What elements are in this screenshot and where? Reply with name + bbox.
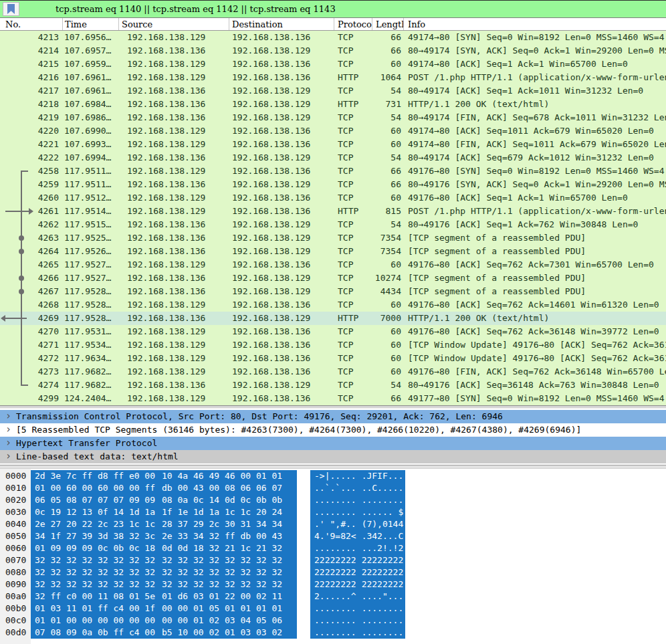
hex-bytes[interactable]: 34 1f 27 39 3d 38 32 3c2e 33 34 32 ff db…: [31, 530, 297, 542]
hex-bytes[interactable]: 32 32 32 32 32 32 32 3232 32 32 32 32 32…: [31, 554, 297, 566]
hex-bytes[interactable]: 01 09 09 09 0c 0b 0c 180d 0d 18 32 21 1c…: [31, 542, 297, 554]
packet-row[interactable]: 4216107.6961…192.168.138.129192.168.138.…: [0, 71, 666, 84]
hex-bytes-group1: 01 01 00 00 00 00 00 00: [35, 615, 155, 627]
hex-bytes[interactable]: 32 ff c0 00 11 08 01 5e01 d6 03 01 22 00…: [31, 591, 297, 603]
packet-row[interactable]: 4267117.9528…192.168.138.136192.168.138.…: [0, 285, 666, 298]
packet-row[interactable]: 4269117.9528…192.168.138.136192.168.138.…: [0, 312, 666, 325]
packet-row[interactable]: 4266117.9527…192.168.138.136192.168.138.…: [0, 272, 666, 285]
hex-ascii[interactable]: 2222222222222222: [310, 578, 405, 591]
packet-row[interactable]: 4215107.6959…192.168.138.129192.168.138.…: [0, 58, 666, 71]
packet-row[interactable]: 4220107.6990…192.168.138.129192.168.138.…: [0, 124, 666, 138]
hex-bytes[interactable]: 07 08 09 0a 0b ff c4 00b5 10 00 02 01 03…: [31, 627, 297, 639]
hex-ascii[interactable]: ..`.`.....C.....: [310, 482, 405, 494]
packet-row[interactable]: 4274117.9682…192.168.138.136192.168.138.…: [0, 379, 666, 392]
chevron-right-icon[interactable]: ›: [5, 410, 11, 423]
hex-bytes[interactable]: 01 01 00 00 00 00 00 0000 00 01 02 03 04…: [31, 615, 297, 627]
hex-ascii[interactable]: ................: [310, 494, 405, 506]
hex-bytes[interactable]: 01 00 60 00 60 00 00 ffdb 00 43 00 08 06…: [31, 482, 297, 494]
hex-row[interactable]: 00300c 19 12 13 0f 14 1d 1a1f 1e 1d 1a 1…: [0, 506, 666, 518]
hex-row[interactable]: 002006 05 08 07 07 07 09 0908 0a 0c 14 0…: [0, 494, 666, 506]
hex-row[interactable]: 00a032 ff c0 00 11 08 01 5e01 d6 03 01 2…: [0, 591, 666, 603]
packet-row[interactable]: 4213107.6956…192.168.138.129192.168.138.…: [0, 31, 666, 44]
hex-offset: 00c0: [0, 615, 31, 627]
hex-row[interactable]: 007032 32 32 32 32 32 32 3232 32 32 32 3…: [0, 554, 666, 566]
hex-ascii[interactable]: .............. $: [310, 506, 405, 518]
hex-ascii[interactable]: .' ",#..(7),0144: [310, 518, 405, 530]
hex-ascii[interactable]: 2222222222222222: [310, 566, 405, 578]
packet-row[interactable]: 4261117.9514…192.168.138.129192.168.138.…: [0, 205, 666, 218]
chevron-right-icon[interactable]: ›: [5, 450, 11, 463]
related-packet-marker: [0, 379, 63, 392]
hex-ascii[interactable]: 2......^...."...: [310, 591, 405, 603]
hex-row[interactable]: 00402e 27 20 22 2c 23 1c 1c28 37 29 2c 3…: [0, 518, 666, 530]
packet-destination: 192.168.138.136: [229, 325, 334, 338]
packet-row[interactable]: 4219107.6986…192.168.138.136192.168.138.…: [0, 111, 666, 124]
column-header-protocol[interactable]: Protocol: [334, 18, 372, 30]
packet-source: 192.168.138.136: [119, 44, 229, 58]
detail-text: Transmission Control Protocol, Src Port:…: [16, 411, 503, 421]
filter-bookmark-button[interactable]: [3, 2, 19, 16]
hex-bytes[interactable]: 2d 3e 7c ff d8 ff e0 0010 4a 46 49 46 00…: [31, 470, 297, 482]
filter-input[interactable]: tcp.stream eq 1140 || tcp.stream eq 1142…: [56, 4, 336, 14]
hex-bytes[interactable]: 32 32 32 32 32 32 32 3232 32 32 32 32 32…: [31, 566, 297, 578]
detail-row[interactable]: ›Line-based text data: text/html: [0, 450, 666, 463]
column-header-destination[interactable]: Destination: [229, 18, 334, 30]
packet-info: [TCP Window Update] 49176→80 [ACK] Seq=7…: [404, 338, 666, 352]
hex-row[interactable]: 009032 32 32 32 32 32 32 3232 32 32 32 3…: [0, 578, 666, 591]
hex-row[interactable]: 00002d 3e 7c ff d8 ff e0 0010 4a 46 49 4…: [0, 470, 666, 482]
packet-row[interactable]: 4299124.2404…192.168.138.129192.168.138.…: [0, 392, 666, 405]
hex-ascii[interactable]: ...........2!.!2: [310, 542, 405, 554]
hex-row[interactable]: 00b001 03 11 01 ff c4 00 1f00 00 01 05 0…: [0, 603, 666, 615]
hex-row[interactable]: 005034 1f 27 39 3d 38 32 3c2e 33 34 32 f…: [0, 530, 666, 542]
packet-row[interactable]: 4262117.9515…192.168.138.136192.168.138.…: [0, 218, 666, 231]
packet-row[interactable]: 4217107.6961…192.168.138.136192.168.138.…: [0, 84, 666, 98]
packet-destination: 192.168.138.136: [229, 298, 334, 312]
hex-ascii-group2: (7),0144: [362, 518, 404, 530]
packet-length: 7354: [372, 231, 404, 245]
packet-row[interactable]: 4218107.6984…192.168.138.136192.168.138.…: [0, 98, 666, 111]
hex-ascii[interactable]: ->|......JFIF...: [310, 470, 405, 482]
hex-bytes-group1: 32 32 32 32 32 32 32 32: [35, 554, 155, 566]
hex-ascii[interactable]: ................: [310, 627, 405, 639]
packet-length: 60: [372, 352, 404, 365]
hex-row[interactable]: 00d007 08 09 0a 0b ff c4 00b5 10 00 02 0…: [0, 627, 666, 639]
hex-row[interactable]: 00c001 01 00 00 00 00 00 0000 00 01 02 0…: [0, 615, 666, 627]
column-header-length[interactable]: Length: [372, 18, 404, 30]
packet-row[interactable]: 4221107.6993…192.168.138.129192.168.138.…: [0, 138, 666, 151]
chevron-right-icon[interactable]: ›: [5, 423, 11, 436]
hex-ascii[interactable]: ................: [310, 615, 405, 627]
hex-ascii[interactable]: 2222222222222222: [310, 554, 405, 566]
column-header-info[interactable]: Info: [404, 18, 666, 30]
packet-row[interactable]: 4268117.9528…192.168.138.129192.168.138.…: [0, 298, 666, 312]
hex-row[interactable]: 008032 32 32 32 32 32 32 3232 32 32 32 3…: [0, 566, 666, 578]
column-header-source[interactable]: Source: [119, 18, 229, 30]
hex-row[interactable]: 006001 09 09 09 0c 0b 0c 180d 0d 18 32 2…: [0, 542, 666, 554]
related-packet-marker: [0, 111, 63, 124]
packet-row[interactable]: 4260117.9512…192.168.138.129192.168.138.…: [0, 191, 666, 205]
hex-row[interactable]: 001001 00 60 00 60 00 00 ffdb 00 43 00 0…: [0, 482, 666, 494]
packet-row[interactable]: 4273117.9682…192.168.138.129192.168.138.…: [0, 365, 666, 379]
hex-bytes[interactable]: 2e 27 20 22 2c 23 1c 1c28 37 29 2c 30 31…: [31, 518, 297, 530]
packet-row[interactable]: 4272117.9634…192.168.138.129192.168.138.…: [0, 352, 666, 365]
hex-ascii[interactable]: 4.'9=82<.342...C: [310, 530, 405, 542]
detail-row[interactable]: ›[5 Reassembled TCP Segments (36146 byte…: [0, 423, 666, 437]
packet-row[interactable]: 4258117.9511…192.168.138.129192.168.138.…: [0, 165, 666, 178]
packet-row[interactable]: 4271117.9534…192.168.138.129192.168.138.…: [0, 338, 666, 352]
column-header-no[interactable]: No.: [0, 18, 63, 30]
hex-ascii[interactable]: ................: [310, 603, 405, 615]
packet-row[interactable]: 4222107.6994…192.168.138.136192.168.138.…: [0, 151, 666, 165]
chevron-right-icon[interactable]: ›: [5, 437, 11, 449]
hex-bytes[interactable]: 06 05 08 07 07 07 09 0908 0a 0c 14 0d 0c…: [31, 494, 297, 506]
packet-row[interactable]: 4259117.9511…192.168.138.136192.168.138.…: [0, 178, 666, 191]
column-header-time[interactable]: Time: [63, 18, 119, 30]
detail-row[interactable]: ›Transmission Control Protocol, Src Port…: [0, 410, 666, 423]
hex-bytes[interactable]: 01 03 11 01 ff c4 00 1f00 00 01 05 01 01…: [31, 603, 297, 615]
packet-row[interactable]: 4214107.6957…192.168.138.136192.168.138.…: [0, 44, 666, 58]
detail-row[interactable]: ›Hypertext Transfer Protocol: [0, 437, 666, 450]
packet-row[interactable]: 4265117.9527…192.168.138.129192.168.138.…: [0, 258, 666, 272]
hex-bytes[interactable]: 32 32 32 32 32 32 32 3232 32 32 32 32 32…: [31, 578, 297, 591]
packet-row[interactable]: 4264117.9526…192.168.138.136192.168.138.…: [0, 245, 666, 258]
hex-bytes[interactable]: 0c 19 12 13 0f 14 1d 1a1f 1e 1d 1a 1c 1c…: [31, 506, 297, 518]
packet-row[interactable]: 4263117.9525…192.168.138.136192.168.138.…: [0, 231, 666, 245]
packet-row[interactable]: 4270117.9531…192.168.138.129192.168.138.…: [0, 325, 666, 338]
